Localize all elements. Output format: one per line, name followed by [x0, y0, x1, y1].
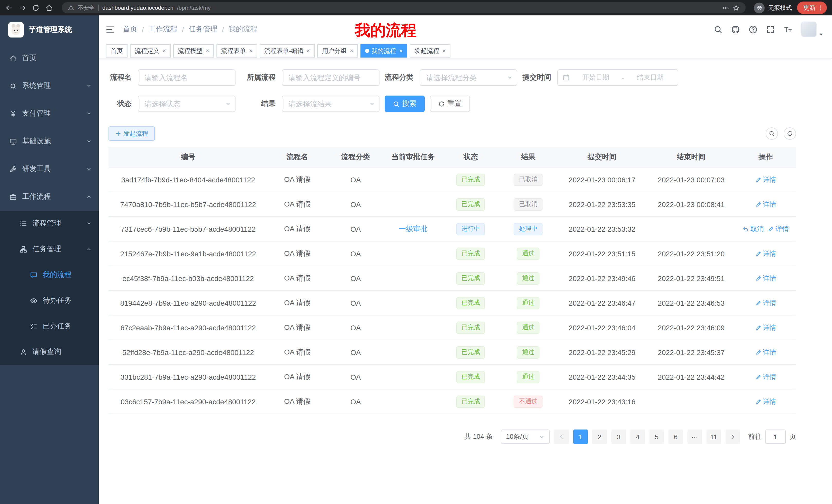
page-button-5[interactable]: 5: [649, 429, 664, 444]
help-icon[interactable]: [749, 25, 757, 34]
sidebar-item-infrastructure[interactable]: 基础设施: [0, 128, 99, 155]
category-select[interactable]: [420, 69, 517, 86]
browser-home-icon[interactable]: [45, 4, 53, 11]
user-avatar[interactable]: [801, 22, 816, 37]
result-select[interactable]: [282, 95, 380, 112]
font-size-icon[interactable]: [784, 25, 792, 34]
sidebar-item-leave-query[interactable]: 请假查询: [0, 339, 99, 365]
fullscreen-icon[interactable]: [766, 25, 775, 34]
close-tab-icon[interactable]: ×: [249, 48, 253, 54]
column-header: 状态: [442, 152, 499, 162]
page-button-2[interactable]: 2: [592, 429, 607, 444]
cell-result: 已取消: [499, 198, 557, 211]
detail-action-link[interactable]: 详情: [755, 298, 776, 307]
cell-actions: 取消详情: [735, 224, 796, 233]
browser-update-button[interactable]: 更新: [797, 2, 827, 14]
cell-process-name: OA 请假: [268, 274, 327, 283]
app-logo-row[interactable]: 芋道管理系统: [0, 16, 99, 44]
close-tab-icon[interactable]: ×: [399, 48, 402, 54]
page-button-4[interactable]: 4: [630, 429, 645, 444]
header-search-icon[interactable]: [714, 25, 723, 34]
goto-page-input[interactable]: [765, 429, 786, 444]
chevron-down-icon: [86, 139, 92, 144]
prev-page-button[interactable]: [554, 429, 569, 444]
parent-process-input[interactable]: [282, 69, 380, 86]
submit-time-range-picker[interactable]: 开始日期 - 结束日期: [557, 69, 678, 86]
bookmark-star-icon[interactable]: [733, 4, 739, 11]
red-annotation-text: 我的流程: [355, 20, 417, 41]
sidebar-item-process-manage[interactable]: 流程管理: [0, 211, 99, 236]
detail-action-link[interactable]: 详情: [755, 200, 776, 209]
next-page-button[interactable]: [726, 429, 740, 444]
tab-process-form-edit[interactable]: 流程表单-编辑 ×: [260, 44, 315, 58]
detail-action-link[interactable]: 详情: [755, 249, 776, 258]
close-tab-icon[interactable]: ×: [162, 48, 166, 54]
browser-menu-icon[interactable]: [817, 4, 824, 11]
detail-action-link[interactable]: 详情: [755, 347, 776, 357]
current-task-link[interactable]: 一级审批: [399, 224, 427, 233]
browser-back-icon[interactable]: [5, 4, 13, 11]
detail-action-link[interactable]: 详情: [768, 224, 789, 233]
sidebar-item-task-manage[interactable]: 任务管理: [0, 236, 99, 262]
address-bar[interactable]: 不安全 dashboard.yudao.iocoder.cn /bpm/task…: [62, 2, 746, 13]
breadcrumb-item[interactable]: 任务管理: [189, 25, 217, 34]
status-select[interactable]: [138, 95, 235, 112]
breadcrumb-item[interactable]: 首页: [123, 25, 137, 34]
sidebar-item-home[interactable]: 首页: [0, 44, 99, 72]
sidebar-item-my-process[interactable]: 我的流程: [0, 262, 99, 288]
close-tab-icon[interactable]: ×: [307, 48, 310, 54]
filter-result: 结果: [241, 95, 380, 112]
detail-action-link[interactable]: 详情: [755, 397, 776, 406]
page-button-6[interactable]: 6: [669, 429, 683, 444]
cell-result: 通过: [499, 371, 557, 383]
tab-process-definition[interactable]: 流程定义 ×: [130, 44, 171, 58]
detail-action-link[interactable]: 详情: [755, 274, 776, 283]
detail-action-link[interactable]: 详情: [755, 372, 776, 382]
cell-result: 通过: [499, 272, 557, 284]
cell-result: 通过: [499, 321, 557, 334]
sidebar-item-todo-tasks[interactable]: 待办任务: [0, 288, 99, 313]
breadcrumb-item[interactable]: 工作流程: [149, 25, 177, 34]
browser-reload-icon[interactable]: [32, 4, 40, 11]
page-ellipsis-button[interactable]: ···: [687, 429, 702, 444]
close-tab-icon[interactable]: ×: [206, 48, 209, 54]
chevron-down-icon: [369, 101, 375, 107]
sidebar-item-done-tasks[interactable]: 已办任务: [0, 313, 99, 339]
detail-action-link[interactable]: 详情: [755, 323, 776, 332]
page-button-1[interactable]: 1: [573, 429, 588, 444]
cell-status: 已完成: [442, 247, 499, 260]
tab-process-form[interactable]: 流程表单 ×: [216, 44, 257, 58]
sidebar-item-workflow[interactable]: 工作流程: [0, 183, 99, 211]
sidebar-item-label: 流程管理: [32, 219, 61, 228]
tab-start-process[interactable]: 发起流程 ×: [410, 44, 450, 58]
cell-process-name: OA 请假: [268, 224, 327, 233]
sidebar-item-dev-tools[interactable]: 研发工具: [0, 155, 99, 183]
page-button-11[interactable]: 11: [706, 429, 721, 444]
refresh-table-button[interactable]: [784, 128, 796, 140]
tab-home[interactable]: 首页: [106, 44, 128, 58]
tab-user-group[interactable]: 用户分组 ×: [317, 44, 358, 58]
sidebar-item-system-manage[interactable]: 系统管理: [0, 72, 99, 100]
github-icon[interactable]: [731, 25, 740, 34]
close-tab-icon[interactable]: ×: [350, 48, 353, 54]
close-tab-icon[interactable]: ×: [442, 48, 446, 54]
cell-category: OA: [327, 397, 384, 405]
search-button[interactable]: 搜索: [385, 95, 425, 112]
page-button-3[interactable]: 3: [612, 429, 626, 444]
tab-my-process[interactable]: 我的流程 ×: [361, 44, 407, 58]
page-size-select[interactable]: 10条/页: [501, 429, 550, 444]
start-process-button[interactable]: 发起流程: [108, 127, 155, 141]
password-key-icon[interactable]: [723, 4, 729, 11]
toggle-search-button[interactable]: [766, 128, 778, 140]
reset-button[interactable]: 重置: [430, 95, 470, 112]
tab-process-model[interactable]: 流程模型 ×: [173, 44, 214, 58]
cell-process-name: OA 请假: [268, 249, 327, 258]
cancel-action-link[interactable]: 取消: [743, 224, 763, 233]
cell-submit-time: 2022-01-22 23:53:35: [557, 200, 647, 208]
detail-action-link[interactable]: 详情: [755, 175, 776, 184]
browser-forward-icon[interactable]: [19, 4, 26, 11]
sidebar-item-payment-manage[interactable]: 支付管理: [0, 100, 99, 128]
process-name-input[interactable]: [138, 69, 235, 86]
hamburger-icon[interactable]: [106, 25, 115, 34]
user-menu[interactable]: [801, 22, 824, 37]
